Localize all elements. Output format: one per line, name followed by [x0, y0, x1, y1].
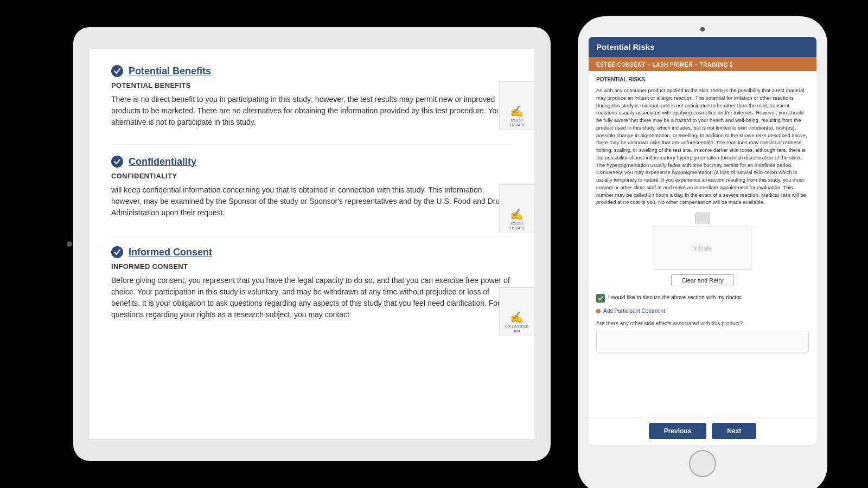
confidentiality-link[interactable]: Confidentiality [129, 156, 196, 168]
phone-camera [700, 27, 705, 31]
side-effects-label: Are there any other side effects associa… [596, 320, 809, 326]
add-comment-link[interactable]: Add Participant Comment [603, 308, 665, 314]
confidentiality-subtitle: Confidentiality [111, 172, 513, 180]
phone-footer: Previous Next [589, 417, 816, 445]
previous-button[interactable]: Previous [649, 423, 707, 439]
initials-area: Initials Clear and Retry [596, 213, 809, 286]
section-confidentiality: Confidentiality Confidentiality will kee… [111, 156, 513, 219]
discuss-label: I would like to discuss the above sectio… [608, 294, 741, 301]
tablet-content: Potential Benefits POTENTIAL BENEFITS Th… [90, 49, 534, 439]
section-title-consent: Informed Consent [111, 246, 513, 258]
consent-text: Before giving consent, you represent tha… [111, 275, 513, 320]
risks-body-text: As with any consumer product applied to … [596, 87, 809, 206]
section-informed-consent: Informed Consent Informed consent Before… [111, 246, 513, 320]
risks-section-label: POTENTIAL RISKS [596, 76, 809, 82]
phone-body: POTENTIAL RISKS As with any consumer pro… [589, 71, 816, 417]
check-icon-consent [111, 246, 123, 258]
side-effects-input[interactable] [596, 331, 809, 352]
benefits-subtitle: POTENTIAL BENEFITS [111, 81, 513, 89]
check-icon-benefits [111, 65, 123, 77]
section-potential-benefits: Potential Benefits POTENTIAL BENEFITS Th… [111, 65, 513, 128]
tablet-screen: Potential Benefits POTENTIAL BENEFITS Th… [90, 49, 534, 439]
sig-panel-3: ✍ 05/12/2023:AM [499, 287, 534, 336]
consent-link[interactable]: Informed Consent [129, 247, 212, 258]
confidentiality-text: will keep confidential information conce… [111, 184, 513, 219]
sig-panel-2: ✍ 05/12/10:04:0 [499, 184, 534, 233]
benefits-text: There is no direct benefit to you in par… [111, 94, 513, 128]
phone-header: Potential Risks [589, 37, 816, 57]
check-icon-confidentiality [111, 156, 123, 168]
benefits-link[interactable]: Potential Benefits [129, 66, 211, 77]
initials-placeholder: Initials [693, 245, 712, 252]
initials-icon [695, 213, 710, 223]
phone-home-button[interactable] [689, 450, 716, 477]
phone-title: Potential Risks [596, 42, 809, 52]
discuss-row: I would like to discuss the above sectio… [596, 294, 809, 303]
tablet-device: Potential Benefits POTENTIAL BENEFITS Th… [73, 27, 551, 461]
signature-panels: ✍ 05/12/10:04:0 ✍ 05/12/10:04:0 ✍ 05/12/… [499, 81, 534, 336]
add-comment-dot [596, 309, 601, 313]
consent-subtitle: Informed consent [111, 262, 513, 271]
initials-box[interactable]: Initials [654, 227, 751, 270]
phone-screen: Potential Risks ESTEE CONSENT – LASH PRI… [589, 37, 816, 445]
consent-bar: ESTEE CONSENT – LASH PRIMER – TRAINING 2 [589, 57, 816, 71]
section-title-confidentiality: Confidentiality [111, 156, 513, 168]
tablet-side-button [67, 241, 72, 247]
next-button[interactable]: Next [712, 423, 756, 439]
clear-retry-button[interactable]: Clear and Retry [671, 274, 733, 286]
phone-device: Potential Risks ESTEE CONSENT – LASH PRI… [578, 16, 827, 488]
consent-bar-text: ESTEE CONSENT – LASH PRIMER – TRAINING 2 [596, 62, 733, 68]
sig-panel-1: ✍ 05/12/10:04:0 [499, 81, 534, 130]
add-comment-row: Add Participant Comment [596, 308, 809, 314]
discuss-checkbox[interactable] [596, 294, 605, 303]
section-title-benefits: Potential Benefits [111, 65, 513, 77]
